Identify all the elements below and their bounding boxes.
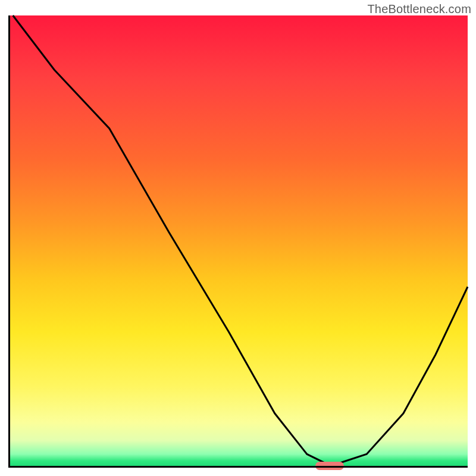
y-axis	[8, 15, 10, 468]
chart-curve	[8, 15, 468, 468]
x-axis	[8, 466, 468, 468]
chart-plot-area	[8, 15, 468, 468]
watermark-text: TheBottleneck.com	[367, 2, 471, 16]
chart-curve-path	[13, 15, 468, 463]
